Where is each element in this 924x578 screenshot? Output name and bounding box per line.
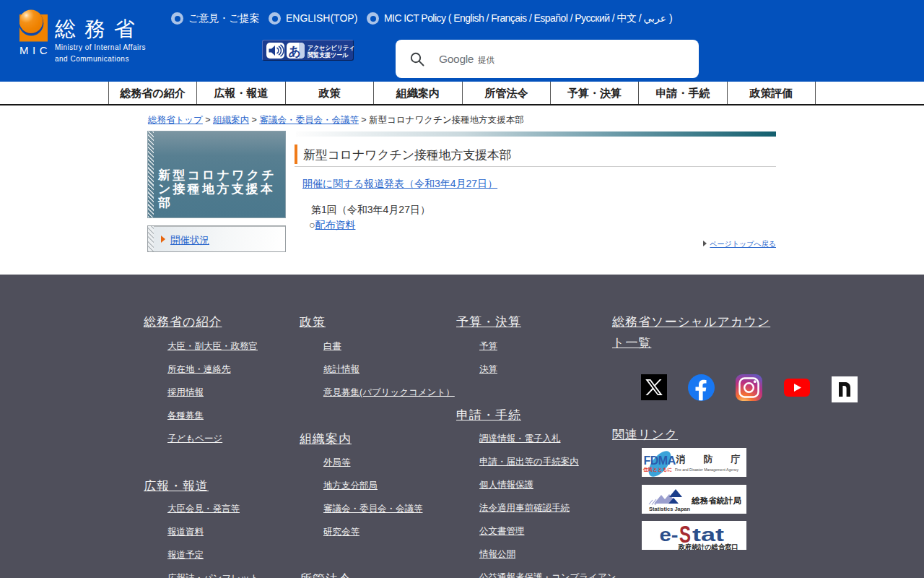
svg-text:政府統計の総合窓口: 政府統計の総合窓口 (677, 543, 738, 551)
svg-text:消防庁: 消防庁 (676, 454, 747, 465)
svg-text:あ: あ (289, 45, 301, 59)
svg-text:e-: e- (660, 524, 679, 545)
svg-text:FDMA: FDMA (644, 454, 676, 467)
svg-text:Statistics Japan: Statistics Japan (649, 506, 691, 512)
svg-text:tat: tat (692, 524, 724, 545)
svg-text:MIC: MIC (19, 44, 51, 56)
svg-text:Fire and Disaster Management A: Fire and Disaster Management Agency (675, 467, 739, 472)
svg-text:総務省統計局: 総務省統計局 (691, 496, 741, 505)
svg-text:住民とともに: 住民とともに (642, 467, 672, 473)
